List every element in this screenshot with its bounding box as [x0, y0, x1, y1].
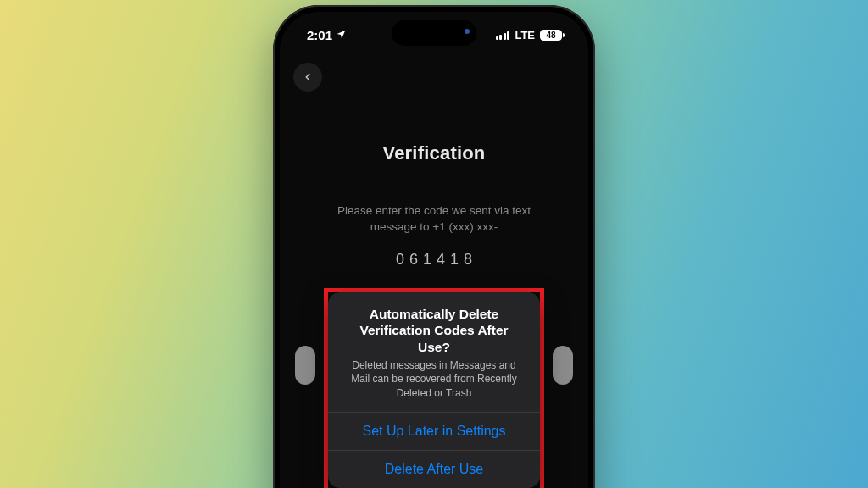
- signal-icon: [496, 30, 510, 40]
- highlight-box: Automatically Delete Verification Codes …: [324, 288, 544, 488]
- alert-body: Deleted messages in Messages and Mail ca…: [328, 358, 540, 412]
- alert-title-line-1: Automatically Delete: [370, 307, 498, 321]
- prompt-line-2: message to +1 (xxx) xxx-: [370, 220, 498, 233]
- verification-content: Verification Please enter the code we se…: [280, 49, 588, 274]
- camera-indicator-icon: [465, 29, 470, 34]
- alert-title-line-2: Verification Codes After Use?: [359, 323, 508, 353]
- phone-screen: 2:01 LTE 48 Verification: [280, 12, 588, 488]
- verification-prompt: Please enter the code we sent via text m…: [280, 203, 588, 236]
- alert-dialog: Automatically Delete Verification Codes …: [328, 292, 540, 488]
- page-title: Verification: [280, 142, 588, 164]
- clock: 2:01: [307, 28, 332, 42]
- back-button[interactable]: [293, 63, 322, 92]
- delete-after-use-button[interactable]: Delete After Use: [328, 450, 540, 488]
- battery-level: 48: [540, 30, 562, 41]
- dynamic-island: [392, 20, 476, 46]
- background-button-left: [295, 346, 315, 385]
- prompt-line-1: Please enter the code we sent via text: [337, 204, 531, 217]
- network-label: LTE: [515, 29, 535, 42]
- phone-frame: 2:01 LTE 48 Verification: [273, 5, 595, 488]
- status-right: LTE 48: [496, 29, 565, 42]
- battery-icon: 48: [540, 30, 565, 41]
- location-icon: [336, 28, 347, 42]
- background-button-right: [553, 346, 573, 385]
- verification-code-input[interactable]: 061418: [387, 251, 481, 274]
- chevron-left-icon: [302, 71, 314, 83]
- status-left: 2:01: [307, 28, 347, 42]
- set-up-later-button[interactable]: Set Up Later in Settings: [328, 412, 540, 450]
- alert-title: Automatically Delete Verification Codes …: [328, 292, 540, 358]
